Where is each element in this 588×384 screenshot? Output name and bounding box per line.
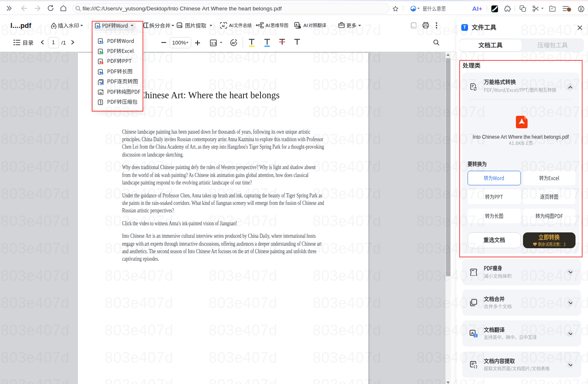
svg-text:A: A xyxy=(471,331,474,335)
svg-text:i: i xyxy=(299,26,299,28)
svg-text:1:1: 1:1 xyxy=(211,41,217,45)
svg-text:A: A xyxy=(295,23,298,27)
svg-text:90°: 90° xyxy=(232,42,236,45)
svg-text:AI: AI xyxy=(222,25,225,27)
